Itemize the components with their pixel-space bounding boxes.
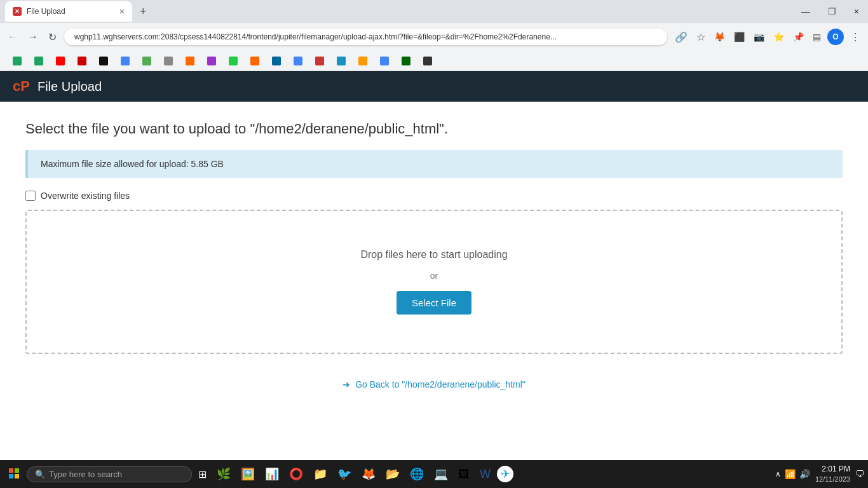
tab-close-button[interactable]: × [119,6,125,17]
fav-item-10[interactable] [202,55,221,67]
svg-rect-3 [15,474,19,478]
overwrite-label[interactable]: Overwrite existing files [41,191,130,201]
fav-item-16[interactable] [332,55,351,67]
fav-item-1[interactable] [8,55,27,67]
page-heading: Select the file you want to upload to "/… [25,121,843,137]
minimize-button[interactable]: — [797,5,814,18]
taskbar-right: ∧ 📶 🔊 2:01 PM 12/11/2023 🗨 [775,464,864,484]
fav-item-13[interactable] [267,55,286,67]
taskbar-firefox-icon[interactable]: 🦊 [358,464,379,484]
taskbar-word-icon[interactable]: W [476,465,494,484]
svg-rect-1 [15,468,19,473]
fav-item-12[interactable] [245,55,264,67]
system-clock[interactable]: 2:01 PM 12/11/2023 [815,464,850,484]
clock-time: 2:01 PM [815,464,850,475]
tab-bar: ✕ File Upload × + — ❐ × [0,0,868,23]
taskbar-search[interactable]: 🔍 Type here to search [27,466,192,482]
fav-item-2[interactable] [29,55,48,67]
fav-item-8[interactable] [159,55,178,67]
taskbar-chrome-icon[interactable]: 🌐 [406,464,428,484]
fav-item-15[interactable] [310,55,329,67]
fav-item-5[interactable] [94,55,113,67]
drop-text: Drop files here to start uploading [39,249,829,261]
fav-item-18[interactable] [375,55,394,67]
search-icon: 🔍 [35,470,45,479]
go-back-icon: ➜ [342,379,350,390]
profile-button[interactable]: O [827,29,844,45]
taskbar-photos-icon[interactable]: 🖼️ [237,464,259,484]
taskbar-files-icon[interactable]: 📁 [309,464,331,484]
new-tab-button[interactable]: + [135,3,152,21]
close-window-button[interactable]: × [850,5,863,18]
fav-item-6[interactable] [116,55,135,67]
sidebar-icon[interactable]: ▤ [810,29,824,44]
tab-favicon-icon: ✕ [13,7,22,16]
tray-network-icon[interactable]: 📶 [785,469,796,479]
cpanel-title: File Upload [37,79,102,94]
taskbar-circle-icon[interactable]: ⭕ [285,464,307,484]
ext-icon3[interactable]: ⭐ [771,29,787,44]
fav-item-3[interactable] [51,55,70,67]
refresh-button[interactable]: ↻ [46,29,59,46]
favorites-bar [0,51,868,71]
select-file-button[interactable]: Select File [397,291,471,315]
tab-title: File Upload [27,7,65,16]
overwrite-checkbox-row: Overwrite existing files [25,191,843,201]
taskbar-folder-icon[interactable]: 📂 [382,464,403,484]
fav-item-4[interactable] [72,55,92,67]
menu-icon[interactable]: ⋮ [848,29,863,46]
taskbar-stats-icon[interactable]: 📊 [261,464,283,484]
cpanel-logo: cP [13,78,30,95]
ext-icon4[interactable]: 📌 [790,29,806,44]
fav-item-20[interactable] [418,55,437,67]
system-tray: ∧ 📶 🔊 [775,469,810,479]
fav-item-9[interactable] [180,55,200,67]
share-icon[interactable]: 🔗 [672,29,690,46]
fav-item-7[interactable] [137,55,156,67]
back-button[interactable]: ← [5,29,20,45]
fav-item-19[interactable] [397,55,416,67]
fav-item-17[interactable] [353,55,372,67]
taskbar: 🔍 Type here to search ⊞ 🌿 🖼️ 📊 ⭕ 📁 🐦 🦊 📂… [0,460,868,488]
window-controls: — ❐ × [797,5,863,18]
overwrite-checkbox[interactable] [25,191,36,201]
taskbar-image-icon[interactable]: 🖼 [454,465,473,484]
tray-up-icon[interactable]: ∧ [775,470,781,478]
taskbar-twitter-icon[interactable]: 🐦 [334,464,355,484]
clock-date: 12/11/2023 [815,475,850,484]
bookmark-icon[interactable]: ☆ [694,29,708,46]
svg-rect-2 [9,474,13,478]
ext-icon1[interactable]: ⬛ [731,29,747,44]
fav-item-14[interactable] [288,55,308,67]
info-message: Maximum file size allowed for upload: 5.… [41,159,224,169]
page-content: Select the file you want to upload to "/… [0,102,868,409]
tray-volume-icon[interactable]: 🔊 [799,469,810,479]
svg-rect-0 [9,468,13,473]
notification-icon[interactable]: 🗨 [855,469,864,479]
drop-zone[interactable]: Drop files here to start uploading or Se… [25,210,843,354]
address-bar: ← → ↻ 🔗 ☆ 🦊 ⬛ 📷 ⭐ 📌 ▤ O ⋮ [0,23,868,51]
go-back-text: Go Back to "/home2/deranene/public_html" [355,379,526,390]
address-input[interactable] [64,29,667,45]
start-button[interactable] [4,466,24,483]
taskbar-vscode-icon[interactable]: 💻 [430,464,452,484]
ext-fox-icon[interactable]: 🦊 [712,29,728,44]
taskbar-task-view[interactable]: ⊞ [194,466,210,483]
maximize-button[interactable]: ❐ [824,5,840,18]
go-back-link[interactable]: ➜ Go Back to "/home2/deranene/public_htm… [25,379,843,390]
toolbar-icons: 🔗 ☆ 🦊 ⬛ 📷 ⭐ 📌 ▤ O ⋮ [672,29,863,46]
fav-item-11[interactable] [224,55,243,67]
active-tab[interactable]: ✕ File Upload × [5,1,132,22]
taskbar-plant-icon[interactable]: 🌿 [213,464,234,484]
ext-icon2[interactable]: 📷 [751,29,767,44]
or-separator: or [39,271,829,281]
forward-button[interactable]: → [25,29,41,45]
cpanel-header: cP File Upload [0,71,868,102]
info-box: Maximum file size allowed for upload: 5.… [25,150,843,178]
search-placeholder: Type here to search [49,470,122,479]
taskbar-telegram-icon[interactable]: ✈ [497,466,513,482]
